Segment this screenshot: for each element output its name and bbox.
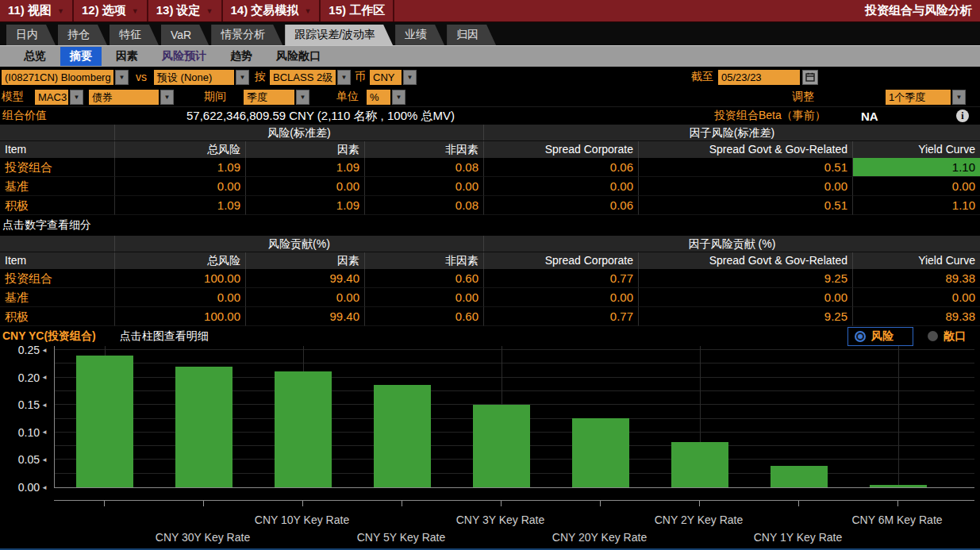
value-cell[interactable]: 1.09 <box>246 158 365 177</box>
tab-5[interactable]: 跟踪误差/波动率 <box>285 25 393 45</box>
value-cell[interactable]: 0.00 <box>484 177 639 196</box>
radio-label: 敞口 <box>943 329 966 344</box>
value-cell[interactable]: 0.00 <box>639 177 853 196</box>
bar-cny-20y-key-rate[interactable] <box>572 418 629 487</box>
subtab-1[interactable]: 摘要 <box>60 47 102 66</box>
unit-dropdown-arrow-icon[interactable]: ▼ <box>392 90 405 105</box>
period-dropdown-arrow-icon[interactable]: ▼ <box>296 90 309 105</box>
radio-0[interactable]: 风险 <box>847 327 913 346</box>
bar-cny-1y-key-rate[interactable] <box>771 466 828 487</box>
bar-cny-3y-key-rate[interactable] <box>473 405 530 487</box>
tab-4[interactable]: 情景分析 <box>211 25 282 45</box>
benchmark-select[interactable]: 预设 (None) <box>154 70 234 85</box>
tab-0[interactable]: 日内 <box>6 25 56 45</box>
value-cell[interactable]: 0.00 <box>365 177 484 196</box>
portfolio-dropdown-arrow-icon[interactable]: ▼ <box>115 70 129 85</box>
value-cell[interactable]: 0.06 <box>484 196 639 215</box>
value-cell[interactable]: 0.00 <box>853 288 980 307</box>
info-icon[interactable]: i <box>956 110 969 122</box>
bar-cny-10y-key-rate[interactable] <box>275 371 332 487</box>
bar-unlabeled[interactable] <box>76 356 133 487</box>
value-cell[interactable]: 1.09 <box>246 196 365 215</box>
value-cell[interactable]: 0.00 <box>246 177 365 196</box>
value-cell[interactable]: 0.00 <box>246 288 365 307</box>
currency-dropdown-arrow-icon[interactable]: ▼ <box>403 70 417 85</box>
column-header-0: Item <box>0 141 115 158</box>
asset-class-select[interactable]: 债券 <box>89 90 159 105</box>
subtab-5[interactable]: 风险敞口 <box>267 47 330 66</box>
beta-value: NA <box>861 110 878 123</box>
model-dropdown-arrow-icon[interactable]: ▼ <box>70 90 83 105</box>
currency-select[interactable]: CNY <box>370 70 402 85</box>
radio-dot-icon <box>928 331 938 341</box>
menu-item-12[interactable]: 12) 选项▼ <box>74 0 148 21</box>
value-cell[interactable]: 9.25 <box>639 307 853 326</box>
value-cell[interactable]: 99.40 <box>246 269 365 288</box>
value-cell[interactable]: 100.00 <box>115 269 246 288</box>
tab-7[interactable]: 归因 <box>447 25 496 45</box>
x-category-label: CNY 6M Key Rate <box>851 513 942 526</box>
bar-cny-30y-key-rate[interactable] <box>175 367 233 487</box>
menu-item-15[interactable]: 15) 工作区 <box>321 0 394 21</box>
value-cell[interactable]: 0.00 <box>853 177 980 196</box>
value-cell[interactable]: 100.00 <box>115 307 246 326</box>
tab-6[interactable]: 业绩 <box>395 25 444 45</box>
value-cell[interactable]: 0.00 <box>365 288 484 307</box>
value-cell[interactable]: 0.51 <box>639 158 853 177</box>
menu-item-13[interactable]: 13) 设定▼ <box>148 0 223 21</box>
value-cell[interactable]: 0.06 <box>484 158 639 177</box>
tab-1[interactable]: 持仓 <box>58 25 107 45</box>
column-header-1: 总风险 <box>115 252 246 269</box>
portfolio-value-row: 组合价值 57,622,346,809.59 CNY (2,110 名称 , 1… <box>0 106 980 125</box>
tab-2[interactable]: 特征 <box>110 25 159 45</box>
subtab-0[interactable]: 总览 <box>14 47 56 66</box>
value-cell[interactable]: 1.09 <box>115 158 246 177</box>
classification-dropdown-arrow-icon[interactable]: ▼ <box>337 70 351 85</box>
adjust-select[interactable]: 1个季度 <box>886 90 951 105</box>
value-cell[interactable]: 0.77 <box>484 269 639 288</box>
value-cell[interactable]: 0.60 <box>365 307 484 326</box>
value-cell[interactable]: 0.51 <box>639 196 853 215</box>
value-cell[interactable]: 89.38 <box>853 307 980 326</box>
value-cell[interactable]: 0.77 <box>484 307 639 326</box>
value-cell[interactable]: 0.00 <box>639 288 853 307</box>
radio-1[interactable]: 敞口 <box>921 328 972 345</box>
subtab-3[interactable]: 风险预计 <box>152 47 216 66</box>
bar-cny-5y-key-rate[interactable] <box>374 385 431 487</box>
value-cell[interactable]: 0.60 <box>365 269 484 288</box>
value-cell[interactable]: 1.10 <box>853 158 980 177</box>
dropdown-arrow-icon: ▼ <box>206 7 213 15</box>
bar-cny-6m-key-rate[interactable] <box>870 485 927 487</box>
value-cell[interactable]: 1.09 <box>115 196 246 215</box>
unit-select[interactable]: % <box>367 90 390 105</box>
classification-select[interactable]: BCLASS 2级 <box>270 70 336 85</box>
model-select[interactable]: MAC3 <box>35 90 68 105</box>
x-tick <box>501 501 502 506</box>
value-cell[interactable]: 0.00 <box>115 177 246 196</box>
subtab-2[interactable]: 因素 <box>106 47 148 66</box>
value-cell[interactable]: 0.08 <box>365 158 484 177</box>
risk-contribution-table: 风险贡献(%)因子风险贡献 (%)Item总风险因素非因素Spread Corp… <box>0 236 980 326</box>
period-select[interactable]: 季度 <box>244 90 294 105</box>
tab-3[interactable]: VaR <box>161 25 209 45</box>
adjust-dropdown-arrow-icon[interactable]: ▼ <box>952 90 966 105</box>
benchmark-dropdown-arrow-icon[interactable]: ▼ <box>236 70 249 85</box>
portfolio-select[interactable]: (I08271CN) Bloomberg <box>2 70 113 85</box>
control-row-2: 模型 MAC3 ▼ 债券 ▼ 期间 季度 ▼ 单位 % ▼ 调整 1个季度 ▼ <box>0 87 980 106</box>
menu-item-14[interactable]: 14) 交易模拟▼ <box>223 0 321 21</box>
value-cell[interactable]: 0.00 <box>115 288 246 307</box>
calendar-icon[interactable] <box>802 70 818 85</box>
value-cell[interactable]: 1.10 <box>853 196 980 215</box>
menu-item-11[interactable]: 11) 视图▼ <box>0 0 74 21</box>
value-cell[interactable]: 99.40 <box>246 307 365 326</box>
asset-class-dropdown-arrow-icon[interactable]: ▼ <box>160 90 174 105</box>
value-cell[interactable]: 89.38 <box>853 269 980 288</box>
value-cell[interactable]: 0.00 <box>484 288 639 307</box>
subtab-4[interactable]: 趋势 <box>221 47 262 66</box>
value-cell[interactable]: 9.25 <box>639 269 853 288</box>
bar-cny-2y-key-rate[interactable] <box>671 442 728 487</box>
value-cell[interactable]: 0.08 <box>365 196 484 215</box>
asof-date-input[interactable]: 05/23/23 <box>718 70 800 85</box>
currency-label: 币 <box>355 70 366 84</box>
dropdown-arrow-icon: ▼ <box>57 7 64 15</box>
